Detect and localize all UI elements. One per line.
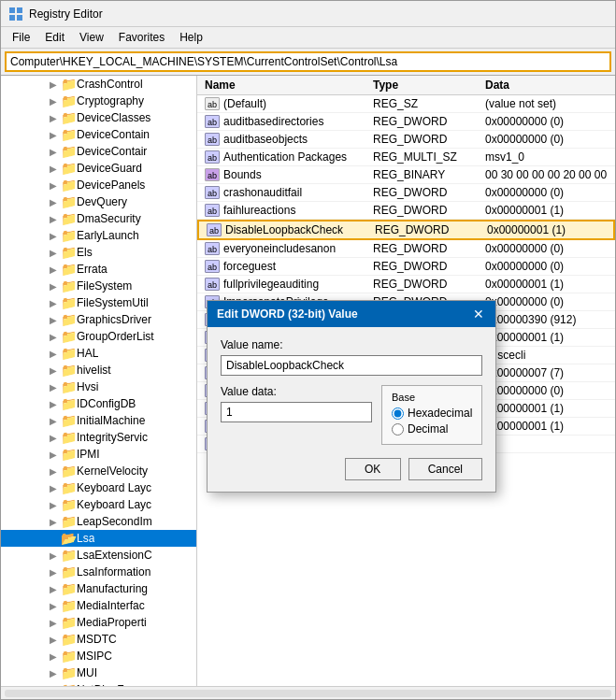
menu-view[interactable]: View xyxy=(72,29,111,46)
expand-icon: ▶ xyxy=(46,96,61,107)
tree-item-netdiagfx[interactable]: ▶ 📁 NetDiagFx xyxy=(1,681,196,686)
tree-item-filesystem[interactable]: ▶ 📁 FileSystem xyxy=(1,278,196,294)
title-bar-text: Registry Editor xyxy=(29,7,103,21)
tree-item-devicepanels[interactable]: ▶ 📁 DevicePanels xyxy=(1,177,196,193)
bottom-scrollbar[interactable] xyxy=(1,686,615,699)
menu-edit[interactable]: Edit xyxy=(37,29,72,46)
tree-label: KernelVelocity xyxy=(77,464,148,478)
row-name: fullprivilegeauditing xyxy=(223,278,319,291)
menu-help[interactable]: Help xyxy=(172,29,210,46)
expand-icon: ▶ xyxy=(46,399,61,409)
dialog-close-button[interactable]: ✕ xyxy=(471,307,486,321)
radio-decimal[interactable] xyxy=(392,423,404,436)
tree-item-ipmi[interactable]: ▶ 📁 IPMI xyxy=(1,446,196,463)
tree-item-grouporderlist[interactable]: ▶ 📁 GroupOrderList xyxy=(1,328,196,345)
tree-item-idconfigdb[interactable]: ▶ 📁 IDConfigDB xyxy=(1,395,196,412)
tree-item-hal[interactable]: ▶ 📁 HAL xyxy=(1,345,196,362)
tree-item-lsainformation[interactable]: ▶ 📁 LsaInformation xyxy=(1,564,196,580)
tree-item-msipc[interactable]: ▶ 📁 MSIPC xyxy=(1,648,196,664)
address-input[interactable] xyxy=(5,51,611,72)
tree-item-deviceguard[interactable]: ▶ 📁 DeviceGuard xyxy=(1,160,196,177)
table-row[interactable]: ab auditbasedirectories REG_DWORD 0x0000… xyxy=(197,113,615,131)
expand-icon: ▶ xyxy=(46,416,61,426)
ok-button[interactable]: OK xyxy=(345,458,401,480)
tree-item-earlylaunch[interactable]: ▶ 📁 EarlyLaunch xyxy=(1,227,196,244)
tree-item-devicecontain1[interactable]: ▶ 📁 DeviceContain xyxy=(1,126,196,143)
tree-label: CrashControl xyxy=(77,78,143,91)
tree-label: Manufacturing xyxy=(77,582,148,595)
tree-item-keyboardlayc1[interactable]: ▶ 📁 Keyboard Layc xyxy=(1,479,196,496)
tree-item-cryptography[interactable]: ▶ 📁 Cryptography xyxy=(1,93,196,109)
folder-icon: 📁 xyxy=(61,564,77,579)
tree-item-crashcontrol[interactable]: ▶ 📁 CrashControl xyxy=(1,76,196,93)
folder-icon: 📁 xyxy=(61,110,77,125)
radio-hexadecimal[interactable] xyxy=(392,407,404,420)
table-row[interactable]: ab (Default) REG_SZ (value not set) xyxy=(197,95,615,113)
tree-item-hivelist[interactable]: ▶ 📁 hivelist xyxy=(1,362,196,379)
table-row[interactable]: ab fullprivilegeauditing REG_DWORD 0x000… xyxy=(197,276,615,293)
folder-icon: 📁 xyxy=(61,396,77,411)
row-data: 0x00000001 (1) xyxy=(485,420,608,433)
table-row-disableloopbackcheck[interactable]: ab DisableLoopbackCheck REG_DWORD 0x0000… xyxy=(197,220,615,240)
row-name: Bounds xyxy=(223,168,262,181)
reg-icon: ab xyxy=(205,186,220,199)
tree-item-manufacturing[interactable]: ▶ 📁 Manufacturing xyxy=(1,580,196,597)
tree-item-devquery[interactable]: ▶ 📁 DevQuery xyxy=(1,193,196,210)
reg-icon: ab xyxy=(205,97,220,110)
folder-icon: 📁 xyxy=(61,329,77,344)
reg-icon: ab xyxy=(205,115,220,128)
tree-item-deviceclasses[interactable]: ▶ 📁 DeviceClasses xyxy=(1,109,196,126)
tree-item-leapsecondinm[interactable]: ▶ 📁 LeapSecondIm xyxy=(1,513,196,530)
row-type: REG_DWORD xyxy=(373,260,485,273)
base-group: Base Hexadecimal Decimal xyxy=(381,385,482,445)
tree-item-mediaproperti[interactable]: ▶ 📁 MediaProperti xyxy=(1,614,196,631)
tree-item-integrityservic[interactable]: ▶ 📁 IntegrityServic xyxy=(1,429,196,446)
tree-item-devicecontain2[interactable]: ▶ 📁 DeviceContair xyxy=(1,143,196,160)
tree-item-mui[interactable]: ▶ 📁 MUI xyxy=(1,664,196,681)
table-row[interactable]: ab crashonauditfail REG_DWORD 0x00000000… xyxy=(197,184,615,202)
table-row[interactable]: ab forceguest REG_DWORD 0x00000000 (0) xyxy=(197,258,615,276)
reg-icon: ab xyxy=(205,150,220,164)
tree-label: Cryptography xyxy=(77,94,144,107)
table-row[interactable]: ab faihlureactions REG_DWORD 0x00000001 … xyxy=(197,202,615,220)
row-data: 0x00000000 (0) xyxy=(485,186,608,199)
dialog-title-bar: Edit DWORD (32-bit) Value ✕ xyxy=(208,301,495,327)
folder-icon: 📁 xyxy=(61,632,77,647)
row-data: msv1_0 xyxy=(485,150,608,164)
table-row[interactable]: ab auditbaseobjects REG_DWORD 0x00000000… xyxy=(197,131,615,149)
tree-item-lsa[interactable]: 📂 Lsa xyxy=(1,530,196,547)
tree-item-kernelvelocity[interactable]: ▶ 📁 KernelVelocity xyxy=(1,463,196,479)
tree-item-lsaextensionc[interactable]: ▶ 📁 LsaExtensionC xyxy=(1,547,196,564)
cancel-button[interactable]: Cancel xyxy=(408,458,482,480)
tree-item-filesystemutil[interactable]: ▶ 📁 FileSystemUtil xyxy=(1,294,196,311)
table-row[interactable]: ab everyoneincludesanon REG_DWORD 0x0000… xyxy=(197,240,615,258)
radio-hexadecimal-label: Hexadecimal xyxy=(408,407,472,420)
tree-label: DeviceContain xyxy=(77,128,150,141)
tree-item-errata[interactable]: ▶ 📁 Errata xyxy=(1,261,196,278)
value-data-input[interactable] xyxy=(221,402,372,422)
tree-item-keyboardlayc2[interactable]: ▶ 📁 Keyboard Layc xyxy=(1,496,196,513)
menu-favorites[interactable]: Favorites xyxy=(111,29,172,46)
tree-item-hvsi[interactable]: ▶ 📁 Hvsi xyxy=(1,379,196,395)
value-name-input[interactable] xyxy=(221,355,482,376)
table-row[interactable]: ab Bounds REG_BINARY 00 30 00 00 00 20 0… xyxy=(197,166,615,184)
tree-item-initialmachine[interactable]: ▶ 📁 InitialMachine xyxy=(1,412,196,429)
row-type: REG_MULTI_SZ xyxy=(373,150,485,164)
row-data: 0x00000001 (1) xyxy=(485,331,608,344)
folder-icon: 📁 xyxy=(61,615,77,630)
tree-label: HAL xyxy=(77,347,98,360)
folder-icon: 📂 xyxy=(61,531,77,546)
tree-label: LsaExtensionC xyxy=(77,549,152,562)
tree-label: DeviceGuard xyxy=(77,162,142,175)
expand-icon: ▶ xyxy=(46,584,61,594)
table-row[interactable]: ab Authentication Packages REG_MULTI_SZ … xyxy=(197,149,615,166)
tree-item-graphicsdriver[interactable]: ▶ 📁 GraphicsDriver xyxy=(1,311,196,328)
tree-item-mediainterface[interactable]: ▶ 📁 MediaInterfac xyxy=(1,597,196,614)
tree-item-dmasecurity[interactable]: ▶ 📁 DmaSecurity xyxy=(1,210,196,227)
row-data: 0x00000001 (1) xyxy=(485,204,608,217)
base-label: Base xyxy=(392,392,472,403)
tree-item-els[interactable]: ▶ 📁 Els xyxy=(1,244,196,261)
row-type: REG_DWORD xyxy=(375,223,487,236)
tree-item-msdtc[interactable]: ▶ 📁 MSDTC xyxy=(1,631,196,648)
menu-file[interactable]: File xyxy=(5,29,37,46)
